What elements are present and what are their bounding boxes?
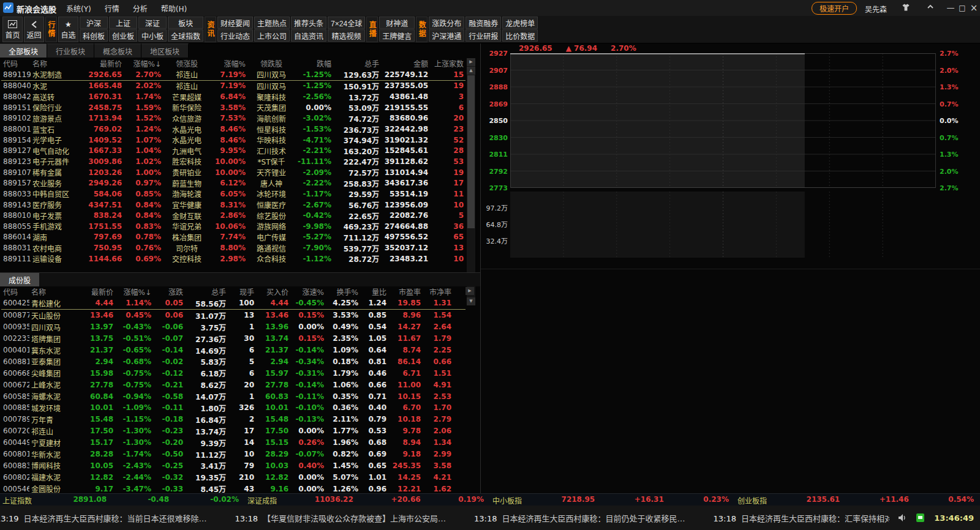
toolbar-button-上证[interactable]: 上证: [109, 17, 137, 29]
table-row[interactable]: 888031农村电商750.950.76%司尔特8.80%路通视信-7.90%5…: [1, 242, 466, 253]
minimize-icon[interactable]: —: [945, 2, 956, 13]
table-row[interactable]: 888055手机游戏1751.550.83%华谊兄弟10.06%游族网络-9.9…: [1, 221, 466, 232]
toolbar-button-全球指数[interactable]: 全球指数: [168, 29, 203, 42]
table-row[interactable]: 600801华新水泥28.28-1.74%-0.5011.12万1028.29-…: [1, 449, 466, 460]
menu-item[interactable]: 系统(Y): [66, 5, 91, 13]
shirt-icon[interactable]: [900, 2, 911, 13]
scrollbar[interactable]: ▶ ▲ ▼: [467, 58, 475, 305]
index-group-中小板指[interactable]: 中小板指7218.95+16.310.23%: [490, 495, 735, 506]
table-row[interactable]: 888010电子发票838.240.84%金财互联2.86%综艺股份-0.42%…: [1, 210, 466, 221]
expand-right-icon[interactable]: ▶: [467, 58, 475, 66]
table-row[interactable]: 600585海螺水泥60.84-0.94%-0.5814.07万160.83-0…: [1, 390, 466, 402]
table-row[interactable]: 888042高送转1670.311.74%芒果超媒6.84%聚隆科技-2.56%…: [1, 91, 466, 102]
menu-item[interactable]: 分析: [133, 5, 148, 13]
table-row[interactable]: 000885城发环境10.01-1.09%-0.111.80万32610.01-…: [1, 402, 466, 414]
scrollbar-thumb[interactable]: [467, 75, 475, 228]
chevron-up-icon[interactable]: [925, 2, 936, 13]
toolbar-vertical-tab-直播[interactable]: 直播: [366, 17, 378, 42]
table-row[interactable]: 600668尖峰集团15.98-0.75%-0.126.18万615.97-0.…: [1, 367, 466, 379]
scroll-up-icon[interactable]: ▲: [467, 67, 475, 75]
toolbar-button-科创板[interactable]: 科创板: [80, 29, 108, 42]
column-header[interactable]: 总手: [333, 58, 381, 69]
maximize-icon[interactable]: □: [957, 2, 968, 13]
index-group-深证成指[interactable]: 深证成指11036.22+20.660.19%: [245, 495, 490, 506]
toolbar-button-创业板[interactable]: 创业板: [109, 29, 137, 42]
toolbar-button-中小板[interactable]: 中小板: [138, 29, 167, 42]
table-row[interactable]: 888033中韩自贸区584.060.85%渤海轮渡6.05%冰轮环境-1.17…: [1, 188, 466, 200]
news-item[interactable]: 13:19日本经济再生大臣西村康稔：当前日本还很难移除…: [0, 512, 206, 524]
table-row[interactable]: 600802福建水泥12.82-2.44%-0.3219.35万21012.82…: [1, 471, 466, 483]
table-row[interactable]: 889102旅游景点1713.941.52%众信旅游7.53%海航创新-3.02…: [1, 113, 466, 124]
scroll-down-icon[interactable]: ▼: [467, 297, 475, 305]
toolbar-button-自选资讯[interactable]: 自选资讯: [291, 29, 326, 42]
column-header[interactable]: 名称: [31, 58, 82, 69]
column-header[interactable]: 涨跌: [153, 286, 185, 297]
toolbar-button-推荐头条[interactable]: 推荐头条: [291, 17, 326, 29]
table-row[interactable]: 600881亚泰集团2.94-0.68%-0.025.83万52.94-0.34…: [1, 356, 466, 367]
index-group-创业板指[interactable]: 创业板指2135.61+11.460.54%: [735, 495, 980, 506]
news-item[interactable]: 13:18【华夏信财非法吸收公众存款被查】上海市公安局…: [235, 512, 445, 524]
column-header[interactable]: 总手: [185, 286, 228, 297]
menu-item[interactable]: 行情: [105, 5, 119, 13]
column-header[interactable]: 涨幅%↓: [115, 286, 153, 297]
column-header[interactable]: 现手: [228, 286, 256, 297]
toolbar-button-融资融券[interactable]: 融资融券: [466, 17, 501, 29]
column-header[interactable]: 名称: [29, 286, 78, 297]
column-header[interactable]: 涨幅%↓: [124, 58, 163, 69]
column-header[interactable]: 市盈率: [388, 286, 423, 297]
toolbar-vertical-tab-资讯[interactable]: 资讯: [205, 17, 216, 42]
table-row[interactable]: 000789万年青15.48-1.15%-0.1816.84万215.48-0.…: [1, 414, 466, 425]
toolbar-button-精选视频[interactable]: 精选视频: [328, 29, 365, 42]
toolbar-button-财经要闻[interactable]: 财经要闻: [217, 17, 253, 29]
expand-right-icon[interactable]: ▶: [466, 287, 474, 295]
toolbar-button-龙虎榜单[interactable]: 龙虎榜单: [502, 17, 538, 29]
toolbar-button-上市公司[interactable]: 上市公司: [254, 29, 290, 42]
toolbar-button-7×24全球[interactable]: 7×24全球: [328, 17, 365, 29]
close-icon[interactable]: ×: [968, 2, 979, 13]
column-header[interactable]: 买入价: [256, 286, 290, 297]
column-header[interactable]: 跌幅: [295, 58, 333, 69]
toolbar-button-返回[interactable]: 返回: [24, 17, 44, 42]
toolbar-button-行业动态[interactable]: 行业动态: [217, 29, 253, 42]
toolbar-button-涨跌分布[interactable]: 涨跌分布: [429, 17, 464, 29]
tab-sector-0[interactable]: 全部板块: [0, 43, 47, 58]
table-row[interactable]: 600883博闻科技10.05-2.43%-0.253.41万7910.030.…: [1, 460, 466, 471]
table-row[interactable]: 889143医疗服务4347.510.84%宜华健康8.31%恒康医疗-2.67…: [1, 200, 466, 211]
toolbar-button-财神道[interactable]: 财神道: [379, 17, 415, 29]
table-row[interactable]: 000935四川双马13.97-0.43%-0.063.75万113.960.0…: [1, 321, 466, 333]
toolbar-button-自选[interactable]: ★自选: [58, 17, 78, 42]
toolbar-button-比价数据[interactable]: 比价数据: [502, 29, 538, 42]
table-row[interactable]: 889154光学电子1409.521.07%水晶光电8.46%华映科技-4.71…: [1, 135, 466, 146]
column-header[interactable]: 最新价: [82, 58, 124, 69]
fast-open-account-button[interactable]: 极速开户: [812, 2, 857, 15]
toolbar-button-行业研报[interactable]: 行业研报: [466, 29, 501, 42]
column-header[interactable]: 换手%: [326, 286, 360, 297]
column-header[interactable]: 涨幅%: [211, 58, 247, 69]
table-row[interactable]: 889151保险行业2458.751.59%新华保险3.58%天茂集团0.00%…: [1, 102, 466, 113]
column-header[interactable]: 量比: [360, 286, 388, 297]
tab-sector-2[interactable]: 概念板块: [94, 43, 141, 58]
column-header[interactable]: 最新价: [78, 286, 115, 297]
toolbar-button-板块[interactable]: 板块: [168, 17, 203, 29]
table-row[interactable]: 600425青松建化4.441.14%0.0558.56万1004.44-0.4…: [1, 297, 466, 310]
table-row[interactable]: 000672上峰水泥27.78-0.75%-0.218.62万2027.78-0…: [1, 379, 466, 390]
news-item[interactable]: 13:18日本经济再生大臣西村康稔：目前仍处于收紧移民…: [474, 512, 685, 524]
toolbar-vertical-tab-行情[interactable]: 行情: [45, 17, 57, 42]
column-header[interactable]: 领跌股: [247, 58, 295, 69]
table-row[interactable]: 889119水泥制造2926.652.70%祁连山7.19%四川双马-1.25%…: [1, 69, 466, 81]
toolbar-button-王牌健言[interactable]: 王牌健言: [379, 29, 415, 42]
toolbar-button-主题热点[interactable]: 主题热点: [254, 17, 290, 29]
column-header[interactable]: 代码: [1, 286, 29, 297]
index-group-上证指数[interactable]: 上证指数2891.08-0.48-0.02%: [0, 495, 245, 506]
table-row[interactable]: 888001蓝宝石769.021.24%水晶光电8.46%恒星科技-1.53%2…: [1, 124, 466, 135]
speaker-icon[interactable]: [898, 513, 908, 522]
table-row[interactable]: 000877天山股份13.460.45%0.0631.07万1313.460.1…: [1, 310, 466, 321]
column-header[interactable]: 金额: [381, 58, 430, 69]
toolbar-vertical-tab-数据[interactable]: 数据: [416, 17, 428, 42]
column-header[interactable]: 上涨家数: [430, 58, 466, 69]
table-row[interactable]: 888040水泥1665.482.02%祁连山7.19%四川双马-1.25%15…: [1, 81, 466, 92]
toolbar-button-首页[interactable]: 首页: [2, 17, 23, 42]
table-row[interactable]: 886014湖南797.690.78%株冶集团7.74%电广传媒-5.27%71…: [1, 232, 466, 243]
table-row[interactable]: 889111运输设备1144.660.69%交控科技2.98%众合科技-1.12…: [1, 253, 466, 264]
tab-constituents[interactable]: 成份股: [0, 273, 39, 286]
